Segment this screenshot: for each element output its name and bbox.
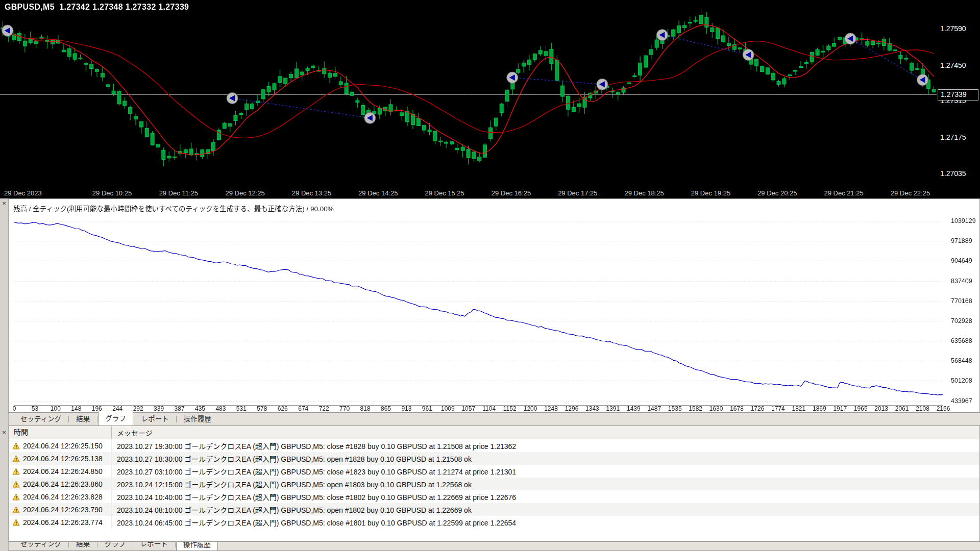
journal-time: 2024.06.24 12:26:24.850 — [23, 467, 103, 475]
time-axis-label: 29 Dec 17:25 — [558, 189, 597, 197]
warning-icon — [12, 493, 20, 500]
journal-row[interactable]: 2024.06.24 12:26:24.850 2023.10.27 03:10… — [9, 465, 979, 478]
balance-x-axis-label: 674 — [298, 405, 308, 412]
journal-row[interactable]: 2024.06.24 12:26:25.138 2023.10.27 18:30… — [9, 452, 979, 465]
time-axis-label: 29 Dec 10:25 — [92, 189, 132, 197]
balance-x-axis-label: 1487 — [647, 405, 661, 412]
time-axis-label: 29 Dec 11:25 — [159, 189, 198, 197]
tab-journal[interactable]: 操作履歴 — [177, 412, 218, 425]
tab-report[interactable]: レポート — [134, 542, 175, 550]
balance-y-axis-label: 837409 — [951, 278, 980, 285]
balance-x-axis-label: 722 — [319, 405, 329, 412]
price-axis-label: 1.27450 — [940, 61, 966, 69]
tester-tabbar-journal: セッティング結果グラフレポート操作履歴 — [9, 542, 980, 551]
warning-icon — [12, 481, 20, 488]
journal-row[interactable]: 2024.06.24 12:26:25.150 2023.10.27 19:30… — [9, 439, 979, 452]
journal-column-message[interactable]: メッセージ — [112, 428, 153, 438]
balance-x-axis-label: 531 — [236, 405, 247, 412]
warning-icon — [12, 468, 20, 475]
journal-row[interactable]: 2024.06.24 12:26:23.828 2023.10.24 10:40… — [9, 490, 979, 503]
balance-y-axis-label: 501208 — [951, 377, 980, 384]
balance-x-axis-label: 0 — [13, 405, 16, 412]
tab-journal[interactable]: 操作履歴 — [176, 542, 218, 550]
time-axis-label: 29 Dec 16:25 — [492, 189, 531, 197]
close-journal-panel-button[interactable]: × — [1, 429, 8, 436]
balance-x-axis-label: 1152 — [503, 405, 517, 412]
balance-x-axis-label: 1726 — [751, 405, 765, 412]
balance-x-axis-label: 53 — [32, 405, 38, 412]
price-axis-label: 1.27175 — [940, 133, 966, 141]
journal-row[interactable]: 2024.06.24 12:26:23.774 2023.10.24 06:45… — [9, 516, 979, 529]
tab-graph[interactable]: グラフ — [98, 542, 132, 550]
balance-graph-canvas[interactable] — [9, 199, 979, 412]
balance-x-axis-label: 1200 — [524, 405, 537, 412]
tab-graph[interactable]: グラフ — [98, 411, 133, 425]
balance-x-axis-label: 1391 — [606, 405, 620, 412]
price-axis-label: 1.27590 — [940, 24, 966, 33]
balance-y-axis-label: 433967 — [951, 397, 980, 405]
journal-message: 2023.10.24 10:40:00 ゴールデンクロスEA (超入門) GBP… — [112, 492, 979, 502]
tab-results[interactable]: 結果 — [69, 412, 96, 425]
time-axis[interactable]: 29 Dec 202329 Dec 10:2529 Dec 11:2529 De… — [0, 188, 980, 198]
balance-x-axis-label: 2013 — [874, 405, 888, 412]
balance-x-axis-label: 2156 — [937, 405, 950, 412]
balance-x-axis-label: 1296 — [565, 405, 579, 412]
journal-rows: 2024.06.24 12:26:25.150 2023.10.27 19:30… — [9, 439, 979, 529]
tab-settings[interactable]: セッティング — [14, 412, 68, 425]
balance-x-axis-label: 1582 — [689, 405, 702, 412]
tab-settings[interactable]: セッティング — [14, 542, 68, 550]
price-chart-canvas[interactable] — [0, 0, 937, 188]
balance-x-axis-label: 1104 — [482, 405, 496, 412]
price-chart-panel: GBPUSD,M5 1.27342 1.27348 1.27332 1.2733… — [0, 0, 980, 198]
tester-dock-strip: × テスター × テスター — [0, 198, 9, 551]
journal-time: 2024.06.24 12:26:23.774 — [23, 518, 103, 527]
time-axis-label: 29 Dec 18:25 — [624, 189, 664, 197]
balance-x-axis-label: 1774 — [771, 405, 785, 412]
tab-report[interactable]: レポート — [135, 412, 176, 425]
warning-icon — [12, 442, 20, 449]
balance-graph-panel: 残高 / 全ティック(利用可能な最小時間枠を使いすべてのティックを生成する、最も… — [9, 198, 980, 413]
balance-y-axis-label: 1039129 — [951, 217, 980, 224]
balance-x-axis-label: 913 — [401, 405, 411, 412]
time-axis-label: 29 Dec 2023 — [4, 189, 42, 197]
tab-separator — [97, 542, 97, 547]
balance-x-axis-label: 100 — [51, 405, 61, 412]
journal-row[interactable]: 2024.06.24 12:26:23.860 2023.10.24 12:15… — [9, 478, 979, 490]
journal-time: 2024.06.24 12:26:25.138 — [23, 455, 103, 463]
tab-results[interactable]: 結果 — [69, 542, 96, 550]
balance-x-axis-label: 387 — [175, 405, 185, 412]
close-graph-panel-button[interactable]: × — [1, 200, 8, 207]
time-axis-label: 29 Dec 14:25 — [358, 189, 398, 197]
time-axis-label: 29 Dec 15:25 — [425, 189, 464, 197]
balance-y-axis-label: 635688 — [951, 337, 980, 344]
balance-x-axis-label: 1678 — [730, 405, 744, 412]
balance-x-axis-label: 865 — [381, 405, 391, 412]
journal-time: 2024.06.24 12:26:23.860 — [23, 480, 103, 488]
price-axis[interactable]: 1.27339 1.275901.274501.273151.271751.27… — [937, 0, 980, 188]
journal-time: 2024.06.24 12:26:23.828 — [23, 493, 103, 501]
balance-x-axis-label: 961 — [422, 405, 432, 412]
journal-message: 2023.10.24 08:10:00 ゴールデンクロスEA (超入門) GBP… — [112, 505, 979, 515]
journal-message: 2023.10.27 19:30:00 ゴールデンクロスEA (超入門) GBP… — [112, 441, 979, 451]
balance-y-axis-label: 568448 — [951, 357, 980, 364]
balance-y-axis-label: 702928 — [951, 317, 980, 324]
balance-x-axis-label: 626 — [278, 405, 288, 412]
symbol-ohlc-readout: GBPUSD,M5 1.27342 1.27348 1.27332 1.2733… — [5, 3, 189, 12]
balance-x-axis-label: 818 — [360, 405, 371, 412]
time-axis-label: 29 Dec 22:25 — [891, 189, 930, 197]
tab-separator — [68, 542, 69, 547]
balance-x-axis-label: 1821 — [792, 405, 806, 412]
balance-x-axis-label: 339 — [154, 405, 164, 412]
tab-separator — [176, 416, 177, 422]
balance-y-axis-label: 971889 — [951, 237, 980, 244]
journal-row[interactable]: 2024.06.24 12:26:23.790 2023.10.24 08:10… — [9, 503, 979, 516]
tester-tabbar-graph: セッティング結果グラフレポート操作履歴 — [9, 413, 980, 426]
balance-x-axis-label: 1630 — [709, 405, 723, 412]
balance-x-axis-label: 1965 — [854, 405, 868, 412]
time-axis-label: 29 Dec 21:25 — [824, 189, 863, 197]
journal-message: 2023.10.27 03:10:00 ゴールデンクロスEA (超入門) GBP… — [112, 466, 979, 477]
balance-x-axis-label: 578 — [257, 405, 267, 412]
journal-column-time[interactable]: 時間 — [9, 426, 112, 439]
tab-separator — [97, 416, 97, 422]
journal-message: 2023.10.24 12:15:00 ゴールデンクロスEA (超入門) GBP… — [112, 479, 979, 489]
